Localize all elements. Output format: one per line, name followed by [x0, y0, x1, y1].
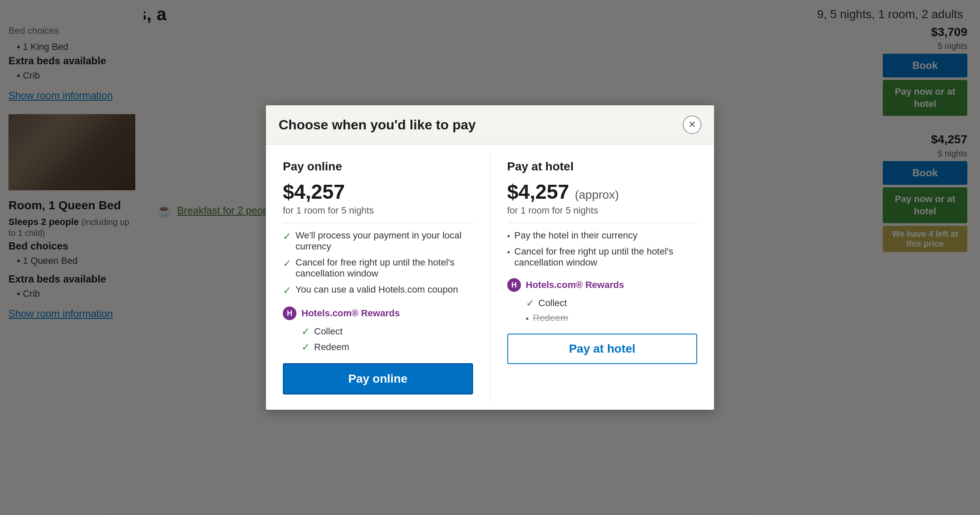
pay-online-price: $4,257 — [283, 180, 473, 203]
feature-item-2: ✓ Cancel for free right up until the hot… — [283, 257, 473, 279]
rewards-redeem-online: ✓ Redeem — [301, 341, 473, 353]
bullet-icon-1: ▪ — [507, 231, 510, 241]
feature-item-3: ✓ You can use a valid Hotels.com coupon — [283, 284, 473, 296]
pay-online-column: Pay online $4,257 for 1 room for 5 night… — [266, 145, 490, 410]
check-icon-2: ✓ — [283, 258, 291, 269]
modal-title: Choose when you'd like to pay — [279, 117, 476, 133]
pay-online-title: Pay online — [283, 160, 473, 173]
rewards-items-online: ✓ Collect ✓ Redeem — [283, 325, 473, 353]
pay-at-hotel-column: Pay at hotel $4,257 (approx) for 1 room … — [490, 145, 714, 410]
payment-modal: Choose when you'd like to pay ✕ Pay onli… — [266, 105, 714, 410]
collect-check-icon: ✓ — [301, 326, 310, 337]
rewards-icon-online: H — [283, 307, 296, 320]
check-icon-3: ✓ — [283, 285, 291, 296]
modal-header: Choose when you'd like to pay ✕ — [266, 105, 714, 145]
bullet-icon-2: ▪ — [507, 247, 510, 257]
redeem-check-icon: ✓ — [301, 341, 310, 353]
pay-at-hotel-duration: for 1 room for 5 nights — [507, 205, 698, 223]
check-icon-1: ✓ — [283, 230, 291, 242]
rewards-header-online: H Hotels.com® Rewards — [283, 307, 473, 320]
hotel-rewards-redeem: ▪ Redeem — [526, 312, 698, 323]
hotel-redeem-bullet: ▪ — [526, 314, 529, 323]
rewards-title-online: Hotels.com® Rewards — [301, 308, 400, 319]
hotel-feature-1: ▪ Pay the hotel in their currency — [507, 230, 698, 241]
hotel-rewards-collect: ✓ Collect — [526, 297, 698, 309]
rewards-icon-hotel: H — [507, 278, 521, 292]
modal-close-button[interactable]: ✕ — [683, 115, 701, 134]
pay-online-rewards: H Hotels.com® Rewards ✓ Collect ✓ Redeem — [283, 307, 473, 353]
pay-online-button[interactable]: Pay online — [283, 363, 473, 394]
svg-text:H: H — [287, 309, 293, 318]
rewards-title-hotel: Hotels.com® Rewards — [526, 279, 624, 290]
rewards-header-hotel: H Hotels.com® Rewards — [507, 278, 698, 292]
pay-at-hotel-features: ▪ Pay the hotel in their currency ▪ Canc… — [507, 230, 698, 268]
close-icon: ✕ — [688, 119, 696, 130]
feature-item-1: ✓ We'll process your payment in your loc… — [283, 230, 473, 252]
pay-at-hotel-rewards: H Hotels.com® Rewards ✓ Collect ▪ Redeem — [507, 278, 698, 323]
modal-body: Pay online $4,257 for 1 room for 5 night… — [266, 145, 714, 410]
pay-at-hotel-button[interactable]: Pay at hotel — [507, 334, 698, 364]
pay-at-hotel-title: Pay at hotel — [507, 160, 698, 173]
pay-online-duration: for 1 room for 5 nights — [283, 205, 473, 223]
rewards-collect-online: ✓ Collect — [301, 325, 473, 337]
rewards-items-hotel: ✓ Collect ▪ Redeem — [507, 297, 698, 323]
hotel-feature-2: ▪ Cancel for free right up until the hot… — [507, 246, 698, 268]
pay-online-features: ✓ We'll process your payment in your loc… — [283, 230, 473, 296]
hotel-collect-check: ✓ — [526, 297, 534, 309]
pay-at-hotel-price: $4,257 (approx) — [507, 180, 698, 203]
svg-text:H: H — [511, 281, 517, 289]
